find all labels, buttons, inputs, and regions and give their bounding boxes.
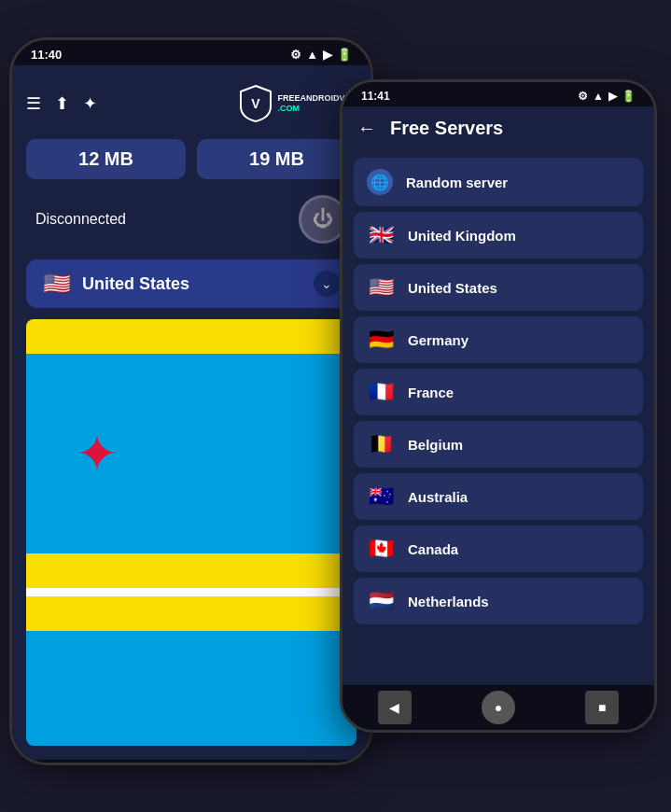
home-button-right[interactable]: ● — [482, 691, 515, 724]
mb-row: 12 MB 19 MB — [26, 139, 356, 179]
server-title: Free Servers — [390, 118, 503, 139]
flag-us: 🇺🇸 — [367, 275, 395, 300]
flag-uk: 🇬🇧 — [367, 223, 395, 247]
time-left: 11:40 — [31, 48, 62, 62]
battery-icon: 🔋 — [337, 48, 352, 62]
server-name-us: United States — [408, 280, 497, 296]
phone-right: 11:41 ⚙ ▲ ▶ 🔋 ← Free Servers 🌐 Random se… — [340, 79, 657, 733]
settings-icon: ⚙ — [290, 48, 301, 62]
bottom-nav-left: ◀ ● ■ — [12, 760, 370, 765]
phone-left: 11:40 ⚙ ▲ ▶ 🔋 ☰ ⬆ ✦ V — [9, 37, 373, 765]
server-item-au[interactable]: 🇦🇺 Australia — [354, 473, 643, 520]
flag-au: 🇦🇺 — [367, 484, 395, 509]
flag-display: ✦ — [26, 319, 356, 746]
signal-icon: ▶ — [323, 48, 332, 62]
server-name-uk: United Kingdom — [408, 228, 516, 244]
back-button-right[interactable]: ◀ — [378, 691, 412, 724]
mb-left: 12 MB — [26, 139, 186, 179]
bottom-nav-right: ◀ ● ■ — [342, 685, 654, 730]
logo-shield: V — [239, 84, 273, 123]
svg-text:V: V — [252, 96, 261, 111]
star-icon[interactable]: ✦ — [83, 93, 97, 114]
server-item-uk[interactable]: 🇬🇧 United Kingdom — [354, 212, 643, 259]
back-arrow-button[interactable]: ← — [357, 118, 376, 139]
selected-location: United States — [82, 274, 189, 294]
status-icons-left: ⚙ ▲ ▶ 🔋 — [290, 48, 352, 62]
server-name-nl: Netherlands — [408, 594, 489, 609]
phone-body-left: ☰ ⬆ ✦ V FREEANDROIDVPN .COM 12 MB — [12, 65, 370, 760]
globe-icon: 🌐 — [367, 169, 393, 195]
server-item-be[interactable]: 🇧🇪 Belgium — [354, 421, 643, 468]
server-list: 🌐 Random server 🇬🇧 United Kingdom 🇺🇸 Uni… — [342, 150, 654, 705]
top-nav: ☰ ⬆ ✦ V FREEANDROIDVPN .COM — [26, 79, 356, 128]
server-item-de[interactable]: 🇩🇪 Germany — [354, 316, 643, 363]
server-item-fr[interactable]: 🇫🇷 France — [354, 369, 643, 415]
server-name-fr: France — [408, 385, 454, 400]
location-left: 🇺🇸 United States — [43, 271, 189, 297]
server-item-us[interactable]: 🇺🇸 United States — [354, 264, 643, 311]
menu-icon[interactable]: ☰ — [26, 93, 41, 114]
aruba-flag: ✦ — [26, 319, 356, 746]
server-item-random[interactable]: 🌐 Random server — [354, 158, 643, 206]
wifi-icon-r: ▲ — [593, 90, 604, 103]
server-item-nl[interactable]: 🇳🇱 Netherlands — [354, 578, 643, 624]
flag-nl: 🇳🇱 — [367, 589, 395, 613]
server-name-au: Australia — [408, 489, 468, 505]
mb-right: 19 MB — [197, 139, 356, 179]
location-selector[interactable]: 🇺🇸 United States ⌄ — [26, 259, 356, 308]
server-name-de: Germany — [408, 332, 468, 348]
status-icons-right: ⚙ ▲ ▶ 🔋 — [578, 90, 636, 103]
server-name-ca: Canada — [408, 541, 458, 557]
phone-notch-right — [452, 82, 545, 101]
share-icon[interactable]: ⬆ — [55, 93, 69, 114]
settings-icon-r: ⚙ — [578, 90, 588, 103]
battery-icon-r: 🔋 — [622, 90, 636, 103]
phone-notch-left — [135, 40, 247, 61]
server-header: ← Free Servers — [342, 106, 654, 150]
flag-be: 🇧🇪 — [367, 432, 395, 456]
wifi-icon: ▲ — [306, 48, 318, 62]
signal-icon-r: ▶ — [608, 90, 617, 103]
selected-flag: 🇺🇸 — [43, 271, 71, 297]
time-right: 11:41 — [361, 90, 390, 103]
chevron-down-icon: ⌄ — [314, 271, 340, 297]
flag-ca: 🇨🇦 — [367, 537, 395, 561]
recents-button-right[interactable]: ■ — [585, 691, 619, 724]
nav-icons: ☰ ⬆ ✦ — [26, 93, 97, 114]
server-item-ca[interactable]: 🇨🇦 Canada — [354, 525, 643, 572]
server-name-random: Random server — [406, 175, 508, 190]
status-row: Disconnected ⏻ — [26, 190, 356, 248]
flag-fr: 🇫🇷 — [367, 380, 395, 404]
server-name-be: Belgium — [408, 437, 463, 453]
connection-status: Disconnected — [35, 211, 126, 228]
power-icon: ⏻ — [313, 207, 333, 231]
flag-de: 🇩🇪 — [367, 328, 395, 352]
